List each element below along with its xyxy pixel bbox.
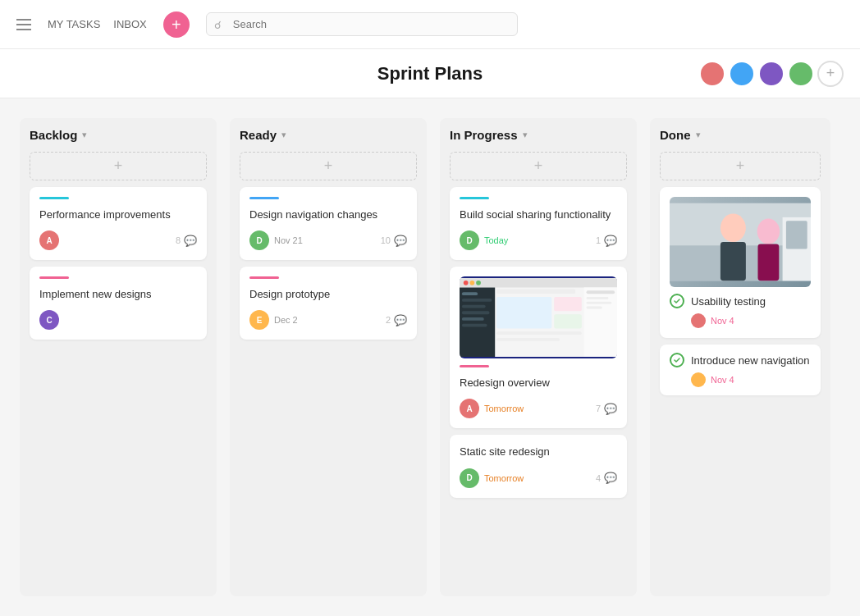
avatar-4[interactable]	[788, 61, 814, 87]
card-performance-footer: A 8 💬	[39, 230, 197, 250]
card-redesign-overview-avatar: A	[460, 399, 479, 418]
done-chevron-icon[interactable]: ▾	[696, 130, 701, 140]
card-implement-title: Implement new designs	[39, 287, 197, 302]
page-title: Sprint Plans	[377, 63, 483, 84]
card-screenshot	[460, 276, 617, 358]
avatar-group: +	[699, 61, 844, 87]
avatar-1[interactable]	[699, 61, 725, 87]
svg-rect-9	[462, 312, 490, 315]
card-design-proto[interactable]: Design prototype E Dec 2 2 💬	[240, 267, 417, 340]
column-title-in-progress: In Progress	[450, 128, 518, 142]
done-usability-date: Nov 4	[711, 316, 734, 326]
card-usability-title: Usability testing	[691, 295, 766, 308]
card-social-comment-count: 1	[596, 235, 601, 245]
card-implement-avatar: C	[39, 310, 59, 330]
column-header-backlog: Backlog ▾	[30, 128, 207, 142]
hamburger-menu[interactable]	[16, 19, 31, 30]
card-redesign-overview-comment-count: 7	[596, 404, 601, 413]
svg-rect-14	[554, 297, 582, 311]
card-static-site-footer: D Tomorrow 4 💬	[460, 468, 617, 488]
card-design-proto-footer: E Dec 2 2 💬	[249, 310, 407, 330]
top-nav: MY TASKS INBOX + ☌	[0, 0, 860, 49]
svg-rect-13	[496, 297, 551, 328]
card-design-nav-date-meta: D Nov 21	[249, 230, 303, 250]
done-card-usability-row: Usability testing	[670, 294, 811, 308]
card-implement-footer: C	[39, 310, 197, 330]
card-usability[interactable]: Usability testing Nov 4	[660, 187, 821, 338]
svg-rect-28	[758, 244, 780, 281]
comment-icon: 💬	[394, 235, 407, 247]
svg-point-25	[720, 214, 746, 242]
card-design-proto-title: Design prototype	[249, 287, 407, 302]
done-intro-date: Nov 4	[711, 375, 734, 385]
svg-rect-8	[462, 305, 486, 308]
card-intro-nav[interactable]: Introduce new navigation Nov 4	[660, 345, 821, 395]
search-wrap: ☌	[206, 12, 518, 36]
column-title-done: Done	[660, 128, 691, 142]
card-design-proto-comment-meta: 2 💬	[386, 314, 407, 326]
done-check-icon	[670, 294, 684, 308]
add-member-button[interactable]: +	[817, 61, 844, 87]
card-design-proto-date-meta: E Dec 2	[249, 310, 298, 330]
in-progress-chevron-icon[interactable]: ▾	[523, 130, 528, 140]
my-tasks-link[interactable]: MY TASKS	[48, 18, 100, 30]
add-card-backlog[interactable]: +	[30, 152, 207, 180]
card-accent	[39, 276, 69, 279]
card-redesign-overview[interactable]: Redesign overview A Tomorrow 7 💬	[450, 267, 627, 428]
card-performance[interactable]: Performance improvements A 8 💬	[30, 187, 207, 260]
add-card-done[interactable]: +	[660, 152, 821, 180]
svg-rect-11	[462, 324, 487, 327]
comment-icon: 💬	[604, 472, 617, 484]
card-design-nav-title: Design navigation changes	[249, 208, 407, 222]
card-accent	[460, 197, 489, 199]
card-static-site[interactable]: Static site redesign D Tomorrow 4 💬	[450, 435, 627, 497]
card-design-nav-comment-meta: 10 💬	[381, 235, 407, 247]
column-title-backlog: Backlog	[30, 128, 77, 142]
avatar-3[interactable]	[758, 61, 785, 87]
avatar-2[interactable]	[729, 61, 755, 87]
done-check-icon	[670, 353, 684, 367]
svg-rect-19	[587, 291, 615, 294]
svg-rect-16	[496, 331, 582, 335]
done-card-intro-row: Introduce new navigation	[670, 353, 811, 367]
card-design-proto-date: Dec 2	[274, 315, 298, 325]
card-social[interactable]: Build social sharing functionality D Tod…	[450, 187, 627, 260]
svg-rect-15	[554, 314, 582, 328]
svg-rect-7	[462, 299, 492, 302]
column-in-progress: In Progress ▾ + Build social sharing fun…	[440, 118, 637, 596]
svg-point-27	[757, 219, 780, 244]
card-design-nav-footer: D Nov 21 10 💬	[249, 230, 407, 250]
card-design-proto-comment-count: 2	[386, 315, 391, 325]
inbox-link[interactable]: INBOX	[113, 18, 146, 30]
card-implement[interactable]: Implement new designs C	[30, 267, 207, 340]
nav-links: MY TASKS INBOX	[48, 18, 147, 30]
svg-rect-20	[587, 297, 609, 299]
card-static-site-title: Static site redesign	[460, 445, 617, 459]
svg-rect-6	[462, 292, 478, 295]
svg-rect-12	[496, 290, 575, 294]
backlog-chevron-icon[interactable]: ▾	[82, 130, 87, 140]
done-intro-avatar	[691, 372, 706, 387]
card-redesign-overview-title: Redesign overview	[460, 376, 617, 390]
column-done: Done ▾ +	[650, 118, 830, 596]
card-performance-title: Performance improvements	[39, 208, 197, 222]
svg-point-3	[469, 281, 474, 285]
card-design-nav[interactable]: Design navigation changes D Nov 21 10 💬	[240, 187, 417, 260]
card-accent	[460, 365, 489, 367]
card-intro-nav-title: Introduce new navigation	[691, 354, 810, 367]
search-input[interactable]	[206, 12, 518, 36]
card-design-nav-comment-count: 10	[381, 235, 391, 245]
card-social-date: Today	[484, 235, 508, 245]
card-photo	[670, 197, 811, 287]
add-card-ready[interactable]: +	[240, 152, 417, 180]
column-header-ready: Ready ▾	[240, 128, 417, 142]
column-ready: Ready ▾ + Design navigation changes D No…	[230, 118, 427, 596]
global-add-button[interactable]: +	[163, 11, 190, 38]
ready-chevron-icon[interactable]: ▾	[281, 130, 286, 140]
svg-point-4	[476, 281, 481, 285]
add-card-in-progress[interactable]: +	[450, 152, 627, 180]
card-performance-avatar: A	[39, 230, 59, 250]
card-accent	[249, 197, 279, 199]
card-design-nav-date: Nov 21	[274, 235, 303, 245]
column-backlog: Backlog ▾ + Performance improvements A 8…	[20, 118, 217, 596]
